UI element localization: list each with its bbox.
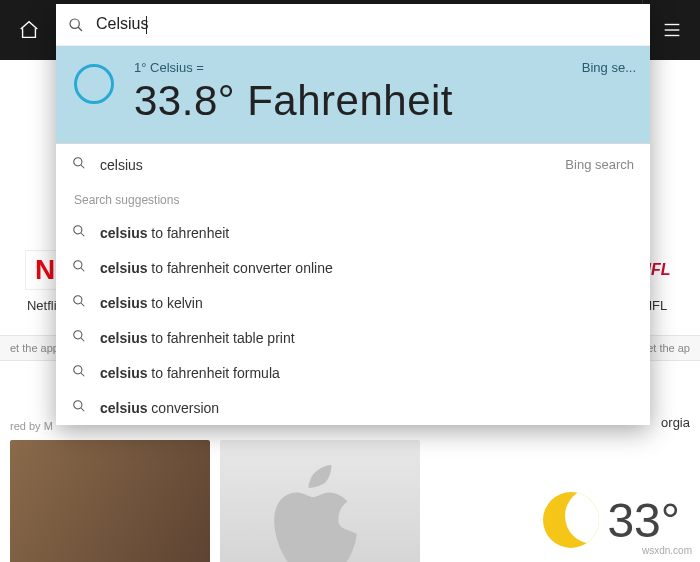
svg-line-14 bbox=[81, 338, 85, 342]
menu-button[interactable] bbox=[642, 0, 700, 60]
suggestion-item[interactable]: celsius to fahrenheit bbox=[56, 215, 650, 250]
hamburger-icon bbox=[661, 19, 683, 41]
svg-line-16 bbox=[81, 373, 85, 377]
svg-line-8 bbox=[81, 233, 85, 237]
search-icon bbox=[72, 329, 100, 346]
get-app-left[interactable]: et the app bbox=[10, 342, 59, 354]
suggestion-text: celsius to fahrenheit converter online bbox=[100, 260, 333, 276]
search-input[interactable]: Celsius bbox=[96, 11, 650, 38]
suggestion-item[interactable]: celsius to fahrenheit converter online bbox=[56, 250, 650, 285]
search-icon bbox=[56, 17, 96, 33]
top-suggestion[interactable]: celsius Bing search bbox=[56, 144, 650, 185]
answer-query: 1° Celsius = bbox=[134, 60, 632, 75]
suggestion-text: celsius to kelvin bbox=[100, 295, 203, 311]
suggestion-item[interactable]: celsius to fahrenheit table print bbox=[56, 320, 650, 355]
news-row: 33° bbox=[0, 440, 700, 562]
geo-label: orgia bbox=[661, 415, 690, 430]
svg-point-17 bbox=[74, 401, 82, 409]
svg-point-11 bbox=[74, 296, 82, 304]
suggestion-text: celsius conversion bbox=[100, 400, 219, 416]
answer-provider: Bing se... bbox=[582, 60, 636, 75]
suggestion-item[interactable]: celsius to fahrenheit formula bbox=[56, 355, 650, 390]
svg-point-15 bbox=[74, 366, 82, 374]
cortana-icon bbox=[74, 64, 114, 104]
svg-line-6 bbox=[81, 165, 85, 169]
search-icon bbox=[72, 399, 100, 416]
svg-line-10 bbox=[81, 268, 85, 272]
svg-point-9 bbox=[74, 261, 82, 269]
search-icon bbox=[72, 156, 100, 173]
search-icon bbox=[72, 364, 100, 381]
suggestion-text: celsius to fahrenheit bbox=[100, 225, 229, 241]
top-suggestion-provider: Bing search bbox=[565, 157, 634, 172]
svg-line-12 bbox=[81, 303, 85, 307]
search-icon bbox=[72, 224, 100, 241]
suggestion-item[interactable]: celsius conversion bbox=[56, 390, 650, 425]
instant-answer[interactable]: 1° Celsius = 33.8° Fahrenheit Bing se... bbox=[56, 46, 650, 144]
svg-line-4 bbox=[78, 27, 82, 31]
weather-block[interactable]: 33° bbox=[543, 440, 690, 562]
suggestion-list: celsius to fahrenheitcelsius to fahrenhe… bbox=[56, 215, 650, 425]
home-icon bbox=[18, 19, 40, 41]
search-icon bbox=[72, 294, 100, 311]
search-row: Celsius bbox=[56, 4, 650, 46]
news-image-1[interactable] bbox=[10, 440, 210, 562]
svg-point-13 bbox=[74, 331, 82, 339]
suggestions-label: Search suggestions bbox=[56, 185, 650, 215]
svg-point-3 bbox=[70, 19, 79, 28]
top-suggestion-text: celsius bbox=[100, 157, 143, 173]
news-image-apple[interactable] bbox=[220, 440, 420, 562]
suggestion-item[interactable]: celsius to kelvin bbox=[56, 285, 650, 320]
powered-by: red by M bbox=[10, 420, 53, 432]
svg-line-18 bbox=[81, 408, 85, 412]
home-button[interactable] bbox=[0, 0, 58, 60]
search-icon bbox=[72, 259, 100, 276]
moon-icon bbox=[543, 492, 599, 548]
svg-point-5 bbox=[74, 158, 82, 166]
answer-result: 33.8° Fahrenheit bbox=[134, 77, 632, 125]
apple-logo-icon bbox=[265, 455, 375, 562]
get-app-right[interactable]: et the ap bbox=[647, 342, 690, 354]
temperature: 33° bbox=[607, 493, 680, 548]
watermark: wsxdn.com bbox=[642, 545, 692, 556]
search-dropdown: Celsius 1° Celsius = 33.8° Fahrenheit Bi… bbox=[56, 4, 650, 425]
svg-point-7 bbox=[74, 226, 82, 234]
suggestion-text: celsius to fahrenheit formula bbox=[100, 365, 280, 381]
suggestion-text: celsius to fahrenheit table print bbox=[100, 330, 295, 346]
